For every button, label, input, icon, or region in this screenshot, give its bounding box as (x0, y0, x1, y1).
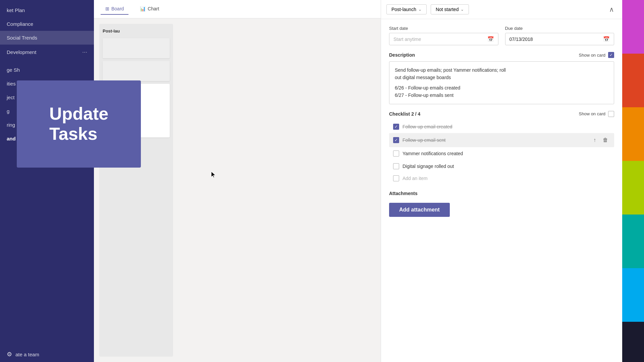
color-panel (622, 0, 644, 362)
checklist-item-3-text: Yammer notifications created (402, 151, 610, 156)
chevron-down-icon: ⌄ (418, 7, 422, 12)
sidebar-item-development[interactable]: Development ··· (0, 45, 94, 60)
attachments-section: Attachments Add attachment (389, 191, 614, 217)
sidebar-item-market-plan[interactable]: ket Plan (0, 3, 94, 17)
sidebar-item-ge-sh[interactable]: ge Sh (0, 63, 94, 77)
update-tasks-overlay: Update Tasks (17, 80, 141, 168)
chart-icon: 📊 (140, 6, 146, 11)
checklist-checkbox-1[interactable]: ✓ (393, 124, 399, 130)
checklist-item-2-actions: ↑ 🗑 (591, 136, 610, 144)
checklist-item-1: ✓ Follow-up email created (389, 120, 614, 133)
checklist-item-2-text: Follow-up email sent (402, 137, 588, 143)
calendar-icon-start: 📅 (487, 36, 494, 42)
description-header: Description Show on card ✓ (389, 52, 614, 58)
attachments-title: Attachments (389, 191, 614, 196)
description-content: Send follow-up emails; post Yammer notif… (389, 61, 614, 104)
task-body: Start date Start anytime 📅 Due date 07/1… (381, 19, 622, 362)
create-team-link[interactable]: ⚙ ate a team (0, 347, 94, 362)
due-date-group: Due date 07/13/2018 📅 (505, 26, 614, 45)
start-date-label: Start date (389, 26, 498, 31)
color-swatch-teal[interactable] (622, 215, 644, 268)
checklist-title: Checklist 2 / 4 (389, 111, 420, 117)
board-column-post-launch: Post-lau Send t Send fo notifica 6/26 - … (99, 24, 173, 357)
dots-menu-icon[interactable]: ··· (82, 49, 87, 56)
checklist-header: Checklist 2 / 4 Show on card (389, 111, 614, 117)
color-swatch-magenta[interactable] (622, 0, 644, 54)
close-panel-button[interactable]: ∧ (606, 4, 617, 15)
desc-line-2: out digital message boards (395, 74, 608, 81)
date-fields-row: Start date Start anytime 📅 Due date 07/1… (389, 26, 614, 45)
sidebar: ket Plan Compliance Social Trends Develo… (0, 0, 94, 362)
add-attachment-button[interactable]: Add attachment (389, 203, 450, 217)
add-item-checkbox (393, 175, 399, 181)
checklist-show-label: Show on card (579, 111, 606, 116)
desc-line-3: 6/26 - Follow-up emails created (395, 84, 608, 92)
checklist-item-4-text: Digital signage rolled out (402, 164, 610, 169)
close-icon: ∧ (609, 6, 614, 13)
task-detail-panel: Post-launch ⌄ Not started ⌄ ∧ Start date… (381, 0, 622, 362)
column-header: Post-lau (103, 27, 170, 35)
board-header: ⊞ Board 📊 Chart (94, 0, 381, 18)
task-header: Post-launch ⌄ Not started ⌄ ∧ (381, 0, 622, 19)
checklist-show-on-card: Show on card (579, 111, 614, 117)
desc-line-1: Send follow-up emails; post Yammer notif… (395, 66, 608, 74)
phase-dropdown[interactable]: Post-launch ⌄ (386, 4, 427, 14)
description-show-checkbox[interactable]: ✓ (608, 52, 614, 58)
board-card-placeholder-2[interactable] (103, 61, 170, 81)
start-date-placeholder: Start anytime (393, 37, 421, 42)
checklist-checkbox-2[interactable]: ✓ (393, 137, 399, 143)
board-card-placeholder-1[interactable] (103, 38, 170, 58)
delete-item-button[interactable]: 🗑 (601, 136, 610, 144)
board-area: ⊞ Board 📊 Chart Post-lau Send t Send fo … (94, 0, 381, 362)
status-dropdown[interactable]: Not started ⌄ (431, 4, 469, 14)
add-item-placeholder: Add an item (402, 176, 428, 181)
description-show-on-card: Show on card ✓ (579, 52, 614, 58)
checklist-item-2: ✓ Follow-up email sent ↑ 🗑 (389, 133, 614, 147)
move-up-button[interactable]: ↑ (591, 136, 598, 144)
checklist-checkbox-3[interactable] (393, 150, 399, 157)
gear-icon: ⚙ (7, 351, 12, 358)
color-swatch-cyan[interactable] (622, 268, 644, 322)
start-date-input[interactable]: Start anytime 📅 (389, 33, 498, 45)
checklist-item-4: Digital signage rolled out (389, 160, 614, 173)
sidebar-item-compliance[interactable]: Compliance (0, 17, 94, 31)
due-date-value: 07/13/2018 (509, 37, 533, 42)
update-tasks-text: Update Tasks (39, 97, 118, 151)
board-content: Post-lau Send t Send fo notifica 6/26 - … (94, 18, 381, 362)
add-item-row[interactable]: Add an item (389, 173, 614, 184)
tab-chart[interactable]: 📊 Chart (135, 3, 164, 15)
checklist-checkbox-4[interactable] (393, 163, 399, 169)
chevron-down-icon-2: ⌄ (461, 7, 464, 12)
due-date-label: Due date (505, 26, 614, 31)
desc-line-4: 6/27 - Follow-up emails sent (395, 92, 608, 99)
checklist-section: Checklist 2 / 4 Show on card ✓ Follow-up… (389, 111, 614, 184)
sidebar-item-social-trends[interactable]: Social Trends (0, 31, 94, 45)
checklist-item-3: Yammer notifications created (389, 147, 614, 160)
color-swatch-orange[interactable] (622, 107, 644, 161)
color-swatch-yellow-green[interactable] (622, 161, 644, 215)
checklist-show-checkbox[interactable] (608, 111, 614, 117)
checklist-item-1-text: Follow-up email created (402, 124, 610, 129)
calendar-icon-due: 📅 (603, 36, 610, 42)
description-title: Description (389, 52, 415, 58)
due-date-input[interactable]: 07/13/2018 📅 (505, 33, 614, 45)
show-on-card-label: Show on card (579, 53, 606, 58)
tab-board[interactable]: ⊞ Board (101, 3, 128, 15)
start-date-group: Start date Start anytime 📅 (389, 26, 498, 45)
color-swatch-red-orange[interactable] (622, 54, 644, 107)
board-icon: ⊞ (105, 6, 109, 11)
